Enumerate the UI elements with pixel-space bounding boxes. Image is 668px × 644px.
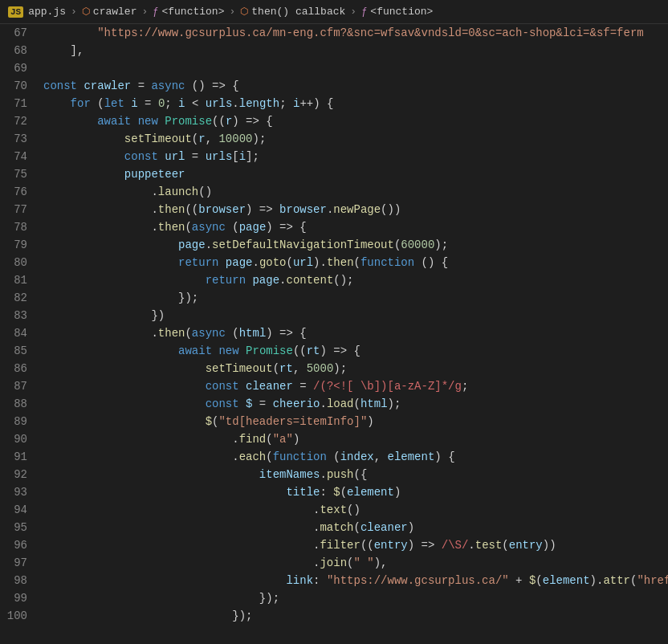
token-plain: . — [232, 97, 238, 110]
code-line: 91 .each(function (index, element) { — [0, 448, 668, 466]
token-param: element — [388, 450, 435, 463]
token-fn: then — [327, 256, 354, 269]
line-number: 85 — [0, 342, 40, 360]
line-content: await new Promise((r) => { — [40, 112, 668, 130]
code-line: 77 .then((browser) => browser.newPage()) — [0, 201, 668, 218]
line-number: 76 — [0, 183, 40, 201]
token-fn: each — [239, 450, 267, 463]
token-plain: . — [43, 185, 158, 198]
line-number: 86 — [0, 360, 40, 377]
code-line: 93 title: $(element) — [0, 483, 668, 501]
breadcrumb-item-then: then() callback — [251, 6, 345, 18]
token-str: " " — [353, 556, 373, 569]
token-type: Promise — [165, 115, 212, 128]
token-plain: ); — [388, 397, 401, 410]
line-number: 95 — [0, 519, 40, 536]
line-number: 70 — [0, 77, 40, 95]
token-plain: ( — [354, 256, 360, 269]
token-plain: () { — [414, 256, 448, 269]
object-icon: ⬡ — [82, 6, 90, 18]
line-content: return page.content(); — [40, 271, 668, 289]
line-number: 90 — [0, 430, 40, 448]
code-line: 98 link: "https://www.gcsurplus.ca/" + $… — [0, 572, 668, 589]
token-fn: content — [286, 274, 333, 287]
code-line: 76 .launch() — [0, 183, 668, 201]
token-plain: , — [293, 362, 307, 375]
line-number: 79 — [0, 236, 40, 254]
token-plain: ). — [313, 256, 327, 269]
line-content: const cleaner = /(?<![ \b])[a-zA-Z]*/g; — [40, 377, 668, 395]
code-line: 82 }); — [0, 289, 668, 307]
token-plain: ( — [91, 97, 104, 110]
token-plain: ], — [43, 44, 84, 57]
line-content: }) — [40, 307, 668, 324]
token-param: browser — [198, 203, 246, 216]
token-var: page — [252, 274, 279, 287]
token-plain: ( — [354, 397, 360, 410]
token-plain: ) — [408, 521, 414, 534]
token-plain: ) — [293, 433, 299, 446]
token-plain: ]; — [246, 150, 259, 163]
token-prop: link — [286, 574, 313, 587]
token-fn: newPage — [333, 203, 381, 216]
line-content: itemNames.push({ — [40, 466, 668, 483]
token-str: "a" — [273, 433, 293, 446]
token-var: url — [293, 256, 313, 269]
code-line: 75 puppeteer — [0, 165, 668, 183]
token-plain: ); — [333, 362, 347, 375]
token-plain — [239, 397, 246, 410]
token-plain: ) => { — [266, 327, 306, 340]
token-var: cheerio — [273, 397, 320, 410]
line-content: page.setDefaultNavigationTimeout(60000); — [40, 236, 668, 254]
line-content: .then(async (html) => { — [40, 324, 668, 342]
line-number: 81 — [0, 271, 40, 289]
token-plain — [239, 380, 246, 393]
line-content: setTimeout(rt, 5000); — [40, 360, 668, 377]
token-plain: ( — [327, 450, 340, 463]
line-number: 100 — [0, 607, 40, 625]
token-plain: ( — [286, 256, 292, 269]
token-param: html — [239, 327, 267, 340]
token-fn: then — [158, 221, 185, 234]
breadcrumb-item-function2: <function> — [370, 6, 433, 18]
line-number: 83 — [0, 307, 40, 324]
token-plain: () — [347, 503, 360, 516]
code-line: 71 for (let i = 0; i < urls.length; i++)… — [0, 95, 668, 112]
line-number: 80 — [0, 254, 40, 271]
line-content: .then(async (page) => { — [40, 218, 668, 236]
token-plain: (); — [333, 274, 353, 287]
code-line: 87 const cleaner = /(?<![ \b])[a-zA-Z]*/… — [0, 377, 668, 395]
token-plain — [131, 115, 137, 128]
token-plain — [43, 150, 124, 163]
token-plain: () => { — [185, 79, 238, 92]
line-number: 94 — [0, 501, 40, 519]
token-plain: ( — [266, 433, 272, 446]
token-plain: . — [468, 539, 475, 552]
line-number: 97 — [0, 554, 40, 572]
token-plain — [43, 168, 124, 181]
token-plain: (( — [212, 115, 226, 128]
token-plain: ({ — [353, 468, 367, 481]
token-fn: $ — [206, 415, 212, 428]
token-fn: attr — [603, 574, 630, 587]
token-plain: . — [43, 203, 158, 216]
token-fn: then — [158, 203, 185, 216]
token-plain: [ — [232, 150, 238, 163]
token-plain: (( — [185, 203, 198, 216]
line-content: for (let i = 0; i < urls.length; i++) { — [40, 95, 668, 112]
code-editor: 67 "https://www.gcsurplus.ca/mn-eng.cfm?… — [0, 24, 668, 644]
token-plain: ( — [273, 362, 279, 375]
token-plain: ); — [252, 132, 266, 145]
token-plain: ), — [374, 556, 388, 569]
token-plain: ) => — [246, 203, 279, 216]
token-plain: )) — [543, 539, 556, 552]
token-num: 5000 — [307, 362, 334, 375]
token-plain: ) => { — [266, 221, 306, 234]
token-plain — [239, 344, 246, 357]
line-number: 89 — [0, 413, 40, 430]
token-fn: load — [327, 397, 354, 410]
breadcrumb: JS app.js › ⬡ crawler › ƒ <function> › ⬡… — [0, 0, 668, 24]
token-var: cleaner — [246, 380, 293, 393]
token-var: cleaner — [360, 521, 408, 534]
token-kw: function — [360, 256, 414, 269]
